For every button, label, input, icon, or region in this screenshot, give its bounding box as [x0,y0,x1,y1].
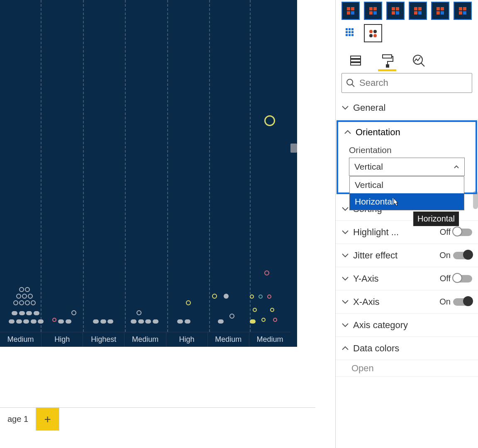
chevron-down-icon [341,298,349,306]
svg-rect-20 [459,7,462,10]
custom-visual-icon[interactable] [454,2,472,20]
data-colors-open-field: Open [336,360,478,377]
pane-tabs [336,46,478,69]
svg-rect-6 [369,11,373,15]
visual-dot-plot[interactable]: Medium High Highest Medium High Medium M… [0,0,297,347]
yaxis-toggle[interactable]: Off [440,274,472,283]
field-label: Open [351,363,374,374]
analytics-icon [412,54,425,67]
svg-rect-2 [347,11,350,15]
visual-scrollbar-thumb[interactable] [290,144,297,153]
chevron-down-icon [341,229,349,236]
svg-rect-12 [414,7,417,10]
svg-rect-11 [396,11,399,15]
plot-area [0,0,290,332]
section-label: Highlight ... [353,227,399,238]
custom-visual-icon[interactable] [431,2,449,20]
x-label: High [166,332,207,347]
section-label: Jitter effect [353,250,398,261]
xaxis-toggle[interactable]: On [439,297,472,307]
svg-rect-41 [386,65,389,67]
toggle-state: Off [440,227,451,237]
highlight-toggle[interactable]: Off [440,227,472,237]
orientation-select[interactable]: Vertical Vertical Horizontal Horizontal [349,158,465,176]
chevron-up-icon [344,129,351,136]
svg-rect-10 [392,11,395,15]
search-input-wrap[interactable] [341,73,472,93]
svg-rect-29 [351,31,354,33]
svg-rect-17 [441,7,444,10]
svg-rect-19 [441,11,444,15]
svg-point-36 [373,34,377,37]
plus-icon: + [44,413,51,426]
jitter-toggle[interactable]: On [439,251,472,260]
x-label: Highest [83,332,124,347]
orientation-select-value: Vertical [354,162,383,172]
orientation-option-horizontal[interactable]: Horizontal [350,193,464,210]
orientation-field-label: Orientation [349,145,465,155]
chevron-up-icon [454,164,459,170]
add-page-button[interactable]: + [36,408,59,431]
svg-line-45 [352,84,354,87]
svg-rect-26 [351,28,354,30]
svg-rect-38 [351,59,361,62]
tooltip: Horizontal [413,212,459,226]
svg-rect-40 [383,55,392,58]
orientation-option-vertical[interactable]: Vertical [350,177,464,193]
custom-visual-icon[interactable] [409,2,427,20]
svg-rect-8 [392,7,395,10]
svg-point-35 [369,34,373,37]
matrix-visual-icon[interactable] [341,24,360,42]
svg-line-43 [421,63,424,66]
section-orientation-highlighted: Orientation Orientation Vertical Vertica… [337,120,477,194]
svg-rect-15 [418,11,422,15]
section-general[interactable]: General [336,96,478,119]
svg-rect-25 [349,28,351,30]
svg-rect-5 [373,7,377,10]
svg-rect-24 [346,28,348,30]
scatter-visual-icon[interactable] [364,24,382,42]
chevron-down-icon [341,104,349,112]
section-jitter[interactable]: Jitter effect On [336,244,478,267]
page-tab-1[interactable]: age 1 [0,408,36,431]
x-label: Medium [124,332,166,347]
svg-rect-23 [463,11,466,15]
section-label: Orientation [356,127,400,138]
svg-rect-32 [351,34,354,36]
toggle-state: On [439,297,451,307]
chevron-down-icon [341,321,349,329]
section-x-axis[interactable]: X-Axis On [336,290,478,314]
svg-rect-39 [351,63,361,65]
analytics-tab[interactable] [410,52,427,69]
svg-point-33 [369,30,373,33]
report-canvas[interactable]: Medium High Highest Medium High Medium M… [0,0,335,448]
section-data-colors[interactable]: Data colors [336,337,478,360]
svg-point-42 [413,55,422,64]
svg-point-34 [373,30,377,33]
svg-point-44 [347,79,353,85]
x-label: High [41,332,83,347]
svg-rect-0 [347,7,350,10]
custom-visual-icon[interactable] [364,2,382,20]
section-axis-category[interactable]: Axis category [336,314,478,337]
section-label: General [353,102,385,113]
fields-tab[interactable] [347,52,364,69]
x-label: Medium [0,332,41,347]
x-label: Medium [207,332,249,347]
search-input[interactable] [359,78,468,88]
section-orientation[interactable]: Orientation [338,122,476,143]
visual-gallery [336,0,478,46]
svg-rect-30 [346,34,348,36]
svg-rect-31 [349,34,351,36]
chevron-down-icon [341,252,349,259]
chevron-down-icon [341,275,349,282]
toggle-state: Off [440,274,451,283]
svg-rect-9 [396,7,399,10]
format-tab[interactable] [379,52,395,69]
section-y-axis[interactable]: Y-Axis Off [336,267,478,290]
section-label: Y-Axis [353,273,379,284]
svg-rect-21 [463,7,466,10]
custom-visual-icon[interactable] [341,2,360,20]
custom-visual-icon[interactable] [386,2,405,20]
chevron-down-icon [341,205,349,213]
